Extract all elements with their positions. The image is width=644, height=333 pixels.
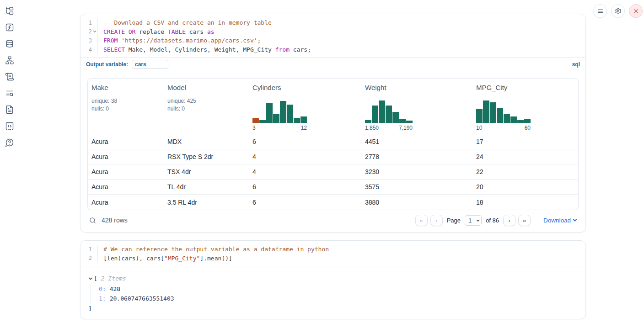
notebook-main: 1-- Download a CSV and create an in-memo… [80,14,586,319]
code-token: # We can reference the output variable a… [103,246,329,253]
chevron-left-icon: ‹ [435,217,437,224]
notebook-actions [593,4,643,18]
table-row[interactable]: Acura3.5 RL 4dr6388018 [88,195,578,210]
histogram-min-label: 10 [476,125,482,131]
line-number: 1 [80,18,97,27]
histogram-mpg_city: 1060 [476,99,531,131]
line-number: 2 [80,27,97,37]
menu-button[interactable] [593,4,607,18]
sql-cell: 1-- Download a CSV and create an in-memo… [80,14,586,233]
first-page-button[interactable]: « [415,215,428,226]
chevron-down-icon[interactable] [88,276,93,281]
gear-icon [615,8,622,15]
download-button[interactable]: Download [543,217,577,224]
column-name: Cylinders [252,84,358,91]
code-token: [len(cars), cars[ [103,255,164,262]
code-line: 3FROM 'https://datasets.marimo.app/cars.… [80,36,585,45]
table-cell: 22 [472,164,578,180]
table-cell: 24 [472,149,578,164]
code-token: SELECT [103,46,125,53]
search-icon [89,217,97,224]
close-icon [633,8,639,15]
table-of-contents-icon[interactable] [5,89,14,98]
column-header-cylinders[interactable]: Cylinders312 [249,79,361,134]
column-name: Weight [365,84,469,91]
table-cell: 6 [249,134,361,149]
documentation-icon[interactable] [5,105,14,114]
page-total-label: of 86 [486,217,499,224]
prev-page-button[interactable]: ‹ [430,215,443,226]
table-cell: 3575 [361,180,472,195]
stat-line: nulls: 0 [167,105,245,113]
histogram-bar [476,109,483,123]
column-header-mpg_city[interactable]: MPG_City1060 [472,79,578,134]
histogram-bar [372,106,378,123]
table-cell: 4451 [361,134,472,149]
table-cell: Acura [88,149,164,164]
code-token: ].mean()] [200,255,232,262]
pagination: « ‹ Page 1 of 86 › [415,215,577,226]
database-icon[interactable] [5,39,14,48]
code-token: ; [258,37,261,44]
table-row[interactable]: AcuraTSX 4dr4323022 [88,164,578,180]
data-table: Makeunique: 38nulls: 0Modelunique: 425nu… [87,78,579,210]
logs-icon[interactable] [5,72,14,81]
histogram-bar [399,119,406,123]
hamburger-icon [597,8,604,15]
code-line: 1# We can reference the output variable … [80,245,585,254]
table-footer: 428 rows « ‹ Page 1 of 86 [87,210,579,229]
code-token: replace [135,28,167,35]
page-select[interactable]: 1 [465,215,482,226]
table-row[interactable]: AcuraTL 4dr6357520 [88,180,578,195]
chevron-right-icon: › [508,217,510,224]
code-token: 'https://datasets.marimo.app/cars.csv' [121,37,257,44]
output-variable-input[interactable] [132,60,168,69]
search-button[interactable] [89,217,97,224]
sql-code-editor[interactable]: 1-- Download a CSV and create an in-memo… [80,14,585,57]
python-cell: 1# We can reference the output variable … [80,240,586,319]
table-cell: 18 [472,195,578,210]
help-icon[interactable] [5,138,14,147]
histogram-bars [476,99,531,123]
stat-line: unique: 38 [91,97,160,105]
column-name: Make [91,84,160,91]
line-number: 2 [80,254,97,263]
table-cell: TSX 4dr [164,164,249,180]
output-variable-row: Output variable: sql [80,58,585,72]
histogram-max-label: 7,190 [399,125,413,131]
histogram-range-labels: 1060 [476,125,531,131]
close-button[interactable] [629,4,643,18]
code-line: 2CREATE OR replace TABLE cars as [80,27,585,37]
histogram-bar [406,121,413,123]
code-token: FROM [103,37,118,44]
file-tree-icon[interactable] [5,6,14,16]
column-stats: unique: 425nulls: 0 [167,97,245,113]
table-cell: 2778 [361,149,472,164]
close-bracket: ] [88,304,585,314]
histogram-bars [365,99,413,123]
python-code-editor[interactable]: 1# We can reference the output variable … [80,241,585,266]
fold-chevron-icon[interactable] [92,30,97,33]
function-icon[interactable] [5,23,14,32]
column-header-model[interactable]: Modelunique: 425nulls: 0 [164,79,249,134]
chevrons-right-icon: » [523,217,526,224]
tree-entry-value: 20.060747663551403 [110,295,174,302]
settings-button[interactable] [611,4,625,18]
histogram-bar [266,103,273,123]
table-row[interactable]: AcuraMDX6445117 [88,134,578,149]
page-select-wrap: 1 [465,215,482,226]
helper-sidebar [0,6,19,147]
last-page-button[interactable]: » [518,215,531,226]
snippets-icon[interactable] [5,122,14,131]
column-header-make[interactable]: Makeunique: 38nulls: 0 [88,79,164,134]
code-token: cars [186,28,207,35]
dependency-graph-icon[interactable] [5,56,14,65]
next-page-button[interactable]: › [503,215,515,226]
table-cell: 3880 [361,195,472,210]
tree-entry: 1:20.060747663551403 [99,294,585,304]
table-row[interactable]: AcuraRSX Type S 2dr4277824 [88,149,578,164]
column-header-weight[interactable]: Weight1,8507,190 [361,79,472,134]
table-cell: Acura [88,180,164,195]
histogram-range-labels: 312 [252,125,307,131]
column-name: MPG_City [476,84,574,91]
